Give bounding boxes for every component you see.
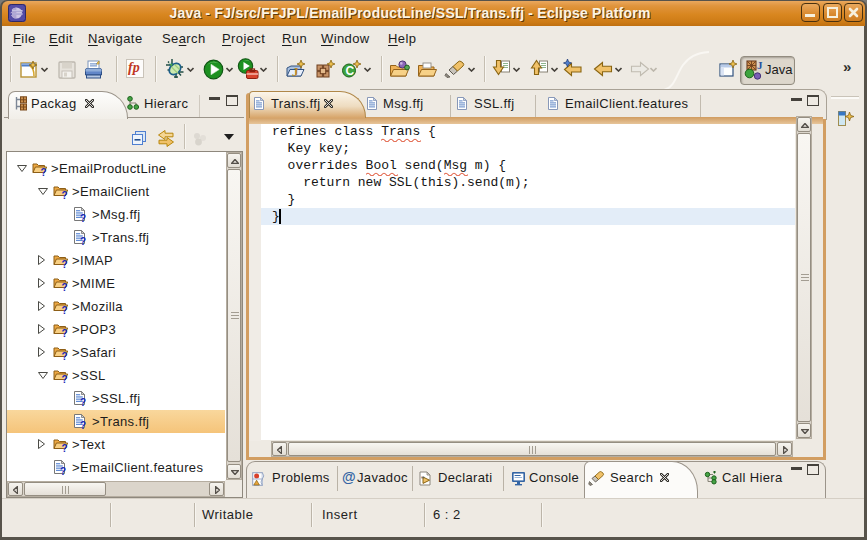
svg-text:C: C [345,64,354,78]
svg-text:J: J [757,60,763,71]
svg-text:J: J [292,64,299,79]
svg-text:e: e [421,474,425,481]
